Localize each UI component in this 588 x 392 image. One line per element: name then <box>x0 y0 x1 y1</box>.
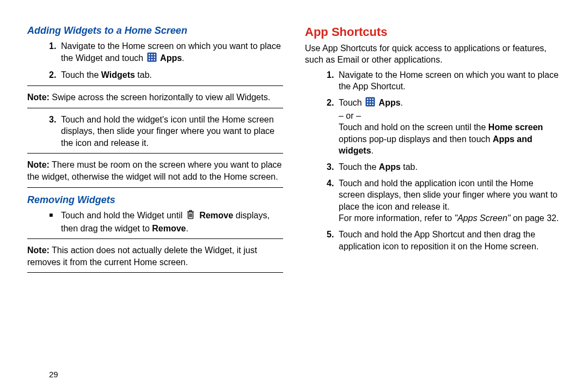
adding-widgets-steps-cont: 3. Touch and hold the widget's icon unti… <box>27 114 283 149</box>
heading-app-shortcuts: App Shortcuts <box>305 24 561 40</box>
heading-removing-widgets: Removing Widgets <box>27 193 283 206</box>
note-label: Note: <box>27 93 50 102</box>
left-column: Adding Widgets to a Home Screen 1. Navig… <box>27 22 283 381</box>
text: Touch and hold the Widget until <box>61 211 185 220</box>
divider <box>27 153 283 154</box>
text: Touch and hold the application icon unti… <box>339 179 558 211</box>
step-text: Touch and hold the App Shortcut and then… <box>339 229 561 252</box>
step-number: 1. <box>49 40 61 65</box>
step-number: 2. <box>327 97 339 157</box>
text: options pop-up displays and then touch <box>339 134 493 144</box>
apps-grid-icon <box>147 52 157 65</box>
svg-rect-19 <box>372 99 374 100</box>
step-text: Navigate to the Home screen on which you… <box>339 69 561 93</box>
text: Touch the <box>61 70 101 79</box>
list-item: 5. Touch and hold the App Shortcut and t… <box>305 229 561 252</box>
note-label: Note: <box>27 246 50 255</box>
svg-rect-20 <box>367 101 369 103</box>
list-item: 1. Navigate to the Home screen on which … <box>27 40 283 65</box>
svg-rect-3 <box>154 54 155 56</box>
note-label: Note: <box>27 160 50 169</box>
note: Note: Swipe across the screen horizontal… <box>27 91 283 103</box>
svg-rect-21 <box>370 101 371 103</box>
text: Touch <box>339 98 364 107</box>
step-text: Touch and hold the widget's icon until t… <box>61 114 283 149</box>
bold-text: Remove <box>199 211 233 220</box>
manual-page: Adding Widgets to a Home Screen 1. Navig… <box>0 0 588 392</box>
list-item: 3. Touch and hold the widget's icon unti… <box>27 114 283 149</box>
svg-rect-24 <box>370 104 371 106</box>
svg-rect-1 <box>149 54 150 56</box>
intro-text: Use App Shortcuts for quick access to ap… <box>305 42 561 66</box>
list-item: 4. Touch and hold the application icon u… <box>305 177 561 224</box>
note-text: This action does not actually delete the… <box>27 246 257 267</box>
svg-rect-6 <box>154 57 155 58</box>
bold-text: Apps <box>160 53 182 63</box>
svg-rect-22 <box>372 101 374 103</box>
heading-adding-widgets: Adding Widgets to a Home Screen <box>27 24 283 37</box>
step-number: 3. <box>49 114 61 149</box>
list-item: 1. Navigate to the Home screen on which … <box>305 69 561 93</box>
page-number: 29 <box>49 369 58 380</box>
svg-rect-5 <box>151 57 152 58</box>
bold-text: Home screen <box>488 122 543 132</box>
step-text: Touch the Apps tab. <box>339 161 561 173</box>
adding-widgets-steps: 1. Navigate to the Home screen on which … <box>27 40 283 81</box>
bullet-text: Touch and hold the Widget until Remove d… <box>61 210 283 234</box>
text: . <box>401 98 403 107</box>
step-text: Touch Apps. – or – Touch <box>339 97 561 157</box>
step-number: 4. <box>327 177 339 224</box>
text: tab. <box>135 70 152 79</box>
step-number: 5. <box>327 229 339 252</box>
svg-rect-9 <box>154 59 155 60</box>
app-shortcuts-steps: 1. Navigate to the Home screen on which … <box>305 69 561 252</box>
bold-text: Apps <box>379 162 401 171</box>
divider <box>27 108 283 108</box>
step-number: 2. <box>49 69 61 81</box>
svg-rect-8 <box>151 59 152 60</box>
bold-text: Apps <box>379 98 401 107</box>
list-item: 3. Touch the Apps tab. <box>305 161 561 173</box>
list-item: 2. Touch Apps. – <box>305 97 561 157</box>
svg-rect-18 <box>370 99 371 100</box>
divider <box>27 85 283 86</box>
text: Touch and hold on the screen until the <box>339 122 488 132</box>
apps-grid-icon <box>365 97 375 110</box>
svg-rect-17 <box>367 99 369 100</box>
svg-rect-7 <box>149 59 150 60</box>
right-column: App Shortcuts Use App Shortcuts for quic… <box>305 22 561 381</box>
text: Touch the <box>339 162 379 171</box>
note: Note: This action does not actually dele… <box>27 244 283 268</box>
text: . <box>371 146 373 155</box>
divider <box>27 272 283 273</box>
italic-text: "Apps Screen" <box>455 213 511 223</box>
svg-rect-4 <box>149 57 150 58</box>
bold-text: Widgets <box>101 70 135 79</box>
svg-rect-15 <box>189 210 192 211</box>
svg-rect-2 <box>151 54 152 56</box>
svg-rect-23 <box>367 104 369 106</box>
step-text: Touch the Widgets tab. <box>61 69 283 81</box>
text: . <box>186 224 188 233</box>
step-text: Navigate to the Home screen on which you… <box>61 40 283 65</box>
square-bullet-icon: ■ <box>49 210 61 234</box>
text: . <box>182 53 184 63</box>
divider <box>27 238 283 239</box>
bold-text: Remove <box>152 224 186 233</box>
step-text: Touch and hold the application icon unti… <box>339 177 561 224</box>
svg-rect-25 <box>372 104 374 106</box>
text: on page 32. <box>510 213 559 223</box>
text: For more information, refer to <box>339 213 455 223</box>
trash-icon <box>186 210 195 223</box>
divider <box>27 187 283 188</box>
note-text: There must be room on the screen where y… <box>27 160 282 181</box>
step-number: 1. <box>327 69 339 93</box>
step-number: 3. <box>327 161 339 173</box>
or-text: – or – <box>339 110 561 122</box>
bullet-item: ■ Touch and hold the Widget until Remove… <box>27 210 283 234</box>
text: tab. <box>401 162 418 171</box>
note-text: Swipe across the screen horizontally to … <box>50 93 271 102</box>
list-item: 2. Touch the Widgets tab. <box>27 69 283 81</box>
note: Note: There must be room on the screen w… <box>27 159 283 182</box>
